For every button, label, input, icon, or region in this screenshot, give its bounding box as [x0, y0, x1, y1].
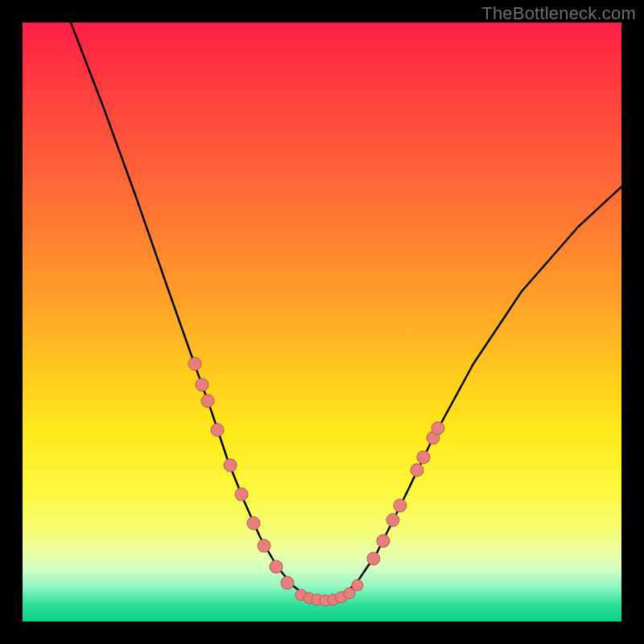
data-dot: [258, 539, 270, 552]
data-dot: [211, 423, 224, 436]
data-dot: [224, 459, 237, 472]
data-dot: [386, 514, 399, 526]
chart-svg: [23, 23, 621, 621]
curve-group: [71, 23, 621, 601]
data-dot: [377, 535, 390, 547]
data-dot: [417, 451, 430, 464]
data-dot: [431, 422, 444, 435]
data-dot: [352, 580, 363, 591]
data-dot: [394, 499, 407, 512]
data-dot: [270, 560, 283, 573]
watermark-text: TheBottleneck.com: [481, 3, 636, 24]
data-dot: [196, 378, 208, 391]
data-dot: [281, 576, 294, 589]
bottleneck-curve: [71, 23, 621, 601]
data-dot: [367, 552, 380, 565]
dots-group: [188, 357, 444, 606]
data-dot: [201, 394, 214, 407]
data-dot: [188, 357, 201, 370]
plot-area: [23, 23, 621, 621]
data-dot: [247, 517, 260, 530]
data-dot: [235, 488, 248, 501]
data-dot: [411, 464, 423, 477]
chart-frame: TheBottleneck.com: [0, 0, 644, 644]
